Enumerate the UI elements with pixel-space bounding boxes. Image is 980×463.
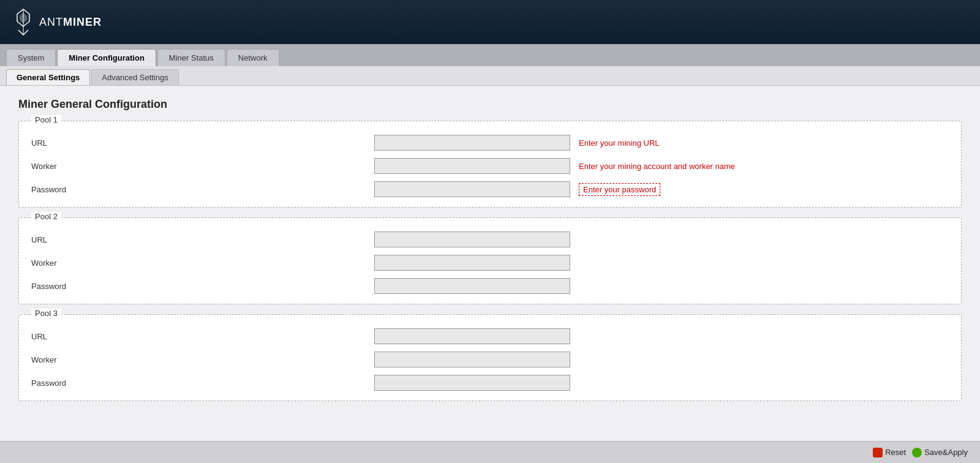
logo-text: ANTMINER	[39, 16, 102, 29]
field-row-pool1-password: PasswordEnter your password	[31, 181, 949, 197]
reset-icon	[873, 448, 883, 457]
field-row-pool3-worker: Worker	[31, 352, 949, 367]
field-label-pool1-password: Password	[31, 185, 374, 194]
sub-tab-advanced-settings[interactable]: Advanced Settings	[91, 69, 178, 85]
field-label-pool3-url: URL	[31, 332, 374, 341]
field-input-pool2-worker[interactable]	[374, 255, 570, 271]
field-row-pool2-url: URL	[31, 232, 949, 247]
nav-tab-miner-configuration[interactable]: Miner Configuration	[57, 49, 156, 66]
field-label-pool1-url: URL	[31, 138, 374, 148]
main-content: Miner General Configuration Pool 1URLEnt…	[0, 86, 980, 463]
reset-button[interactable]: Reset	[873, 448, 906, 457]
footer-bar: Reset Save&Apply	[0, 441, 980, 463]
field-row-pool3-password: Password	[31, 375, 949, 391]
field-row-pool1-url: URLEnter your mining URL	[31, 135, 949, 151]
pools-container: Pool 1URLEnter your mining URLWorkerEnte…	[18, 121, 962, 401]
field-input-pool3-worker[interactable]	[374, 352, 570, 367]
nav-tab-system[interactable]: System	[6, 49, 56, 66]
field-input-pool2-password[interactable]	[374, 278, 570, 294]
field-row-pool2-password: Password	[31, 278, 949, 294]
antminer-logo-icon	[12, 8, 34, 36]
field-label-pool3-password: Password	[31, 378, 374, 388]
logo-miner: MINER	[63, 16, 102, 28]
nav-tab-network[interactable]: Network	[227, 49, 279, 66]
save-apply-button[interactable]: Save&Apply	[912, 448, 968, 457]
field-hint-pool1-worker: Enter your mining account and worker nam…	[579, 162, 735, 171]
header: ANTMINER	[0, 0, 980, 44]
field-hint-pool1-password: Enter your password	[579, 183, 660, 196]
field-row-pool3-url: URL	[31, 328, 949, 344]
pool-legend-3: Pool 3	[31, 309, 61, 318]
field-input-pool1-url[interactable]	[374, 135, 570, 151]
field-label-pool1-worker: Worker	[31, 162, 374, 171]
field-label-pool2-url: URL	[31, 235, 374, 244]
field-input-pool1-worker[interactable]	[374, 158, 570, 174]
page-title: Miner General Configuration	[18, 98, 962, 111]
field-row-pool1-worker: WorkerEnter your mining account and work…	[31, 158, 949, 174]
field-input-pool1-password[interactable]	[374, 181, 570, 197]
field-input-pool2-url[interactable]	[374, 232, 570, 247]
save-apply-icon	[912, 448, 922, 457]
pool-legend-2: Pool 2	[31, 212, 61, 221]
pool-legend-1: Pool 1	[31, 115, 61, 124]
field-input-pool3-url[interactable]	[374, 328, 570, 344]
nav-tab-miner-status[interactable]: Miner Status	[157, 49, 225, 66]
logo-ant: ANT	[39, 16, 63, 28]
sub-tab-general-settings[interactable]: General Settings	[6, 69, 90, 85]
nav-bar: SystemMiner ConfigurationMiner StatusNet…	[0, 44, 980, 66]
field-row-pool2-worker: Worker	[31, 255, 949, 271]
save-apply-label: Save&Apply	[924, 448, 968, 457]
field-label-pool2-password: Password	[31, 282, 374, 291]
reset-label: Reset	[885, 448, 906, 457]
field-input-pool3-password[interactable]	[374, 375, 570, 391]
pool-section-2: Pool 2URLWorkerPassword	[18, 217, 962, 304]
field-label-pool3-worker: Worker	[31, 355, 374, 364]
sub-nav: General SettingsAdvanced Settings	[0, 66, 980, 86]
field-label-pool2-worker: Worker	[31, 258, 374, 268]
field-hint-pool1-url: Enter your mining URL	[579, 138, 660, 148]
pool-section-1: Pool 1URLEnter your mining URLWorkerEnte…	[18, 121, 962, 208]
logo-area: ANTMINER	[12, 8, 102, 36]
pool-section-3: Pool 3URLWorkerPassword	[18, 314, 962, 401]
